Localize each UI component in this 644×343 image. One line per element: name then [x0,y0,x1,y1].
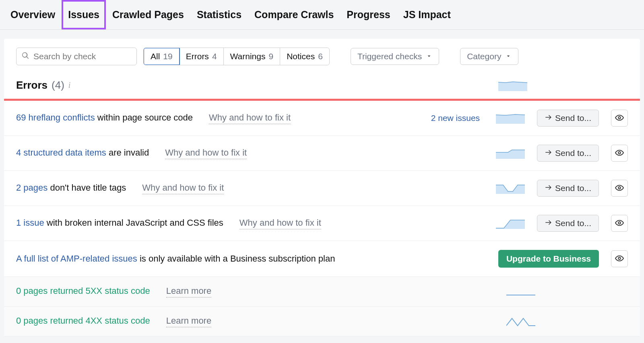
hide-button[interactable] [611,110,628,127]
svg-point-0 [618,116,621,119]
zero-issue-text: 0 pages returned 5XX status code [16,286,150,296]
tab-issues[interactable]: Issues [62,0,106,29]
filter-warnings-count: 9 [268,52,273,61]
zero-issue-text: 0 pages returned 4XX status code [16,316,150,326]
arrow-forward-icon [545,113,552,123]
send-to-button[interactable]: Send to... [537,180,599,197]
issue-link[interactable]: 2 pages [16,183,47,193]
send-to-label: Send to... [555,148,591,158]
search-icon [21,52,33,62]
filter-notices[interactable]: Notices 6 [280,48,329,65]
issue-row: 69 hreflang conflicts within page source… [4,101,640,136]
svg-point-2 [618,187,621,189]
eye-icon [615,113,624,123]
zero-issue-row: 0 pages returned 4XX status code Learn m… [4,307,640,337]
search-input[interactable] [33,52,132,61]
issue-text: within page source code [95,112,193,123]
issue-description: 69 hreflang conflicts within page source… [16,112,419,124]
issue-link[interactable]: 69 hreflang conflicts [16,112,95,123]
svg-point-4 [618,257,621,260]
filter-notices-count: 6 [318,52,323,61]
controls-row: All 19 Errors 4 Warnings 9 Notices 6 Tri… [4,39,640,74]
send-to-button[interactable]: Send to... [537,110,599,127]
amp-text: is only available with a Business subscr… [137,254,335,264]
filter-errors-label: Errors [186,52,209,61]
tab-crawled-pages[interactable]: Crawled Pages [106,0,190,29]
chevron-down-icon [426,52,432,61]
fix-link[interactable]: Why and how to fix it [239,218,321,229]
issue-text: with broken internal JavaScript and CSS … [44,218,223,228]
hide-button[interactable] [611,145,628,162]
chevron-down-icon [505,52,512,61]
issue-row: 4 structured data items are invalid Why … [4,136,640,171]
errors-count: (4) [52,79,64,91]
hide-button[interactable] [611,180,628,197]
issue-text: are invalid [106,148,149,158]
issue-description: A full list of AMP-related issues is onl… [16,254,486,264]
sparkline [496,148,525,159]
fix-link[interactable]: Why and how to fix it [165,148,247,159]
send-to-label: Send to... [555,113,591,123]
issue-row: 1 issue with broken internal JavaScript … [4,206,640,241]
tab-js-impact[interactable]: JS Impact [397,0,457,29]
nav-tabs: Overview Issues Crawled Pages Statistics… [0,0,644,30]
filter-all-count: 19 [163,52,172,61]
sparkline [496,112,525,124]
send-to-button[interactable]: Send to... [537,145,599,162]
issue-description: 2 pages don't have title tags Why and ho… [16,183,484,194]
hide-button[interactable] [611,215,628,232]
tab-compare-crawls[interactable]: Compare Crawls [248,0,340,29]
triggered-checks-dropdown[interactable]: Triggered checks [351,48,439,65]
sparkline [506,286,535,297]
eye-icon [615,218,624,229]
issue-description: 1 issue with broken internal JavaScript … [16,218,484,229]
send-to-button[interactable]: Send to... [537,215,599,232]
new-issues-badge[interactable]: 2 new issues [431,113,480,123]
filter-warnings[interactable]: Warnings 9 [224,48,281,65]
errors-section-header: Errors (4) i [4,74,640,99]
fix-link[interactable]: Why and how to fix it [209,112,291,124]
svg-point-1 [618,152,621,154]
sparkline [496,183,525,194]
eye-icon [615,183,624,193]
hide-button[interactable] [611,250,628,267]
eye-icon [615,148,624,158]
filter-notices-label: Notices [287,52,315,61]
issue-link[interactable]: 4 structured data items [16,148,106,158]
triggered-checks-label: Triggered checks [357,52,422,61]
amp-upsell-row: A full list of AMP-related issues is onl… [4,241,640,277]
issue-rows: 69 hreflang conflicts within page source… [4,101,640,337]
search-input-wrapper[interactable] [16,48,137,65]
tab-statistics[interactable]: Statistics [190,0,248,29]
sparkline [506,316,535,327]
issue-description: 4 structured data items are invalid Why … [16,148,484,159]
tab-progress[interactable]: Progress [340,0,396,29]
issue-description: 0 pages returned 5XX status code Learn m… [16,286,494,297]
sparkline [498,80,527,91]
issue-text: don't have title tags [47,183,126,193]
learn-more-link[interactable]: Learn more [166,316,212,327]
svg-point-3 [618,222,621,224]
send-to-label: Send to... [555,218,591,228]
info-icon[interactable]: i [68,81,71,90]
filter-errors[interactable]: Errors 4 [180,48,224,65]
category-dropdown[interactable]: Category [460,48,518,65]
sparkline [496,218,525,229]
fix-link[interactable]: Why and how to fix it [142,183,224,194]
filter-errors-count: 4 [212,52,217,61]
filter-all[interactable]: All 19 [143,48,180,65]
issue-row: 2 pages don't have title tags Why and ho… [4,171,640,206]
tab-overview[interactable]: Overview [4,0,62,29]
issues-panel: All 19 Errors 4 Warnings 9 Notices 6 Tri… [4,39,640,337]
upgrade-button[interactable]: Upgrade to Business [498,250,599,268]
arrow-forward-icon [545,148,552,158]
eye-icon [615,254,624,264]
issue-link[interactable]: 1 issue [16,218,44,228]
issue-description: 0 pages returned 4XX status code Learn m… [16,316,494,327]
filter-segmented: All 19 Errors 4 Warnings 9 Notices 6 [143,48,330,65]
learn-more-link[interactable]: Learn more [166,286,212,297]
category-label: Category [467,52,501,61]
zero-issue-row: 0 pages returned 5XX status code Learn m… [4,277,640,307]
filter-warnings-label: Warnings [230,52,266,61]
amp-link[interactable]: A full list of AMP-related issues [16,254,137,264]
